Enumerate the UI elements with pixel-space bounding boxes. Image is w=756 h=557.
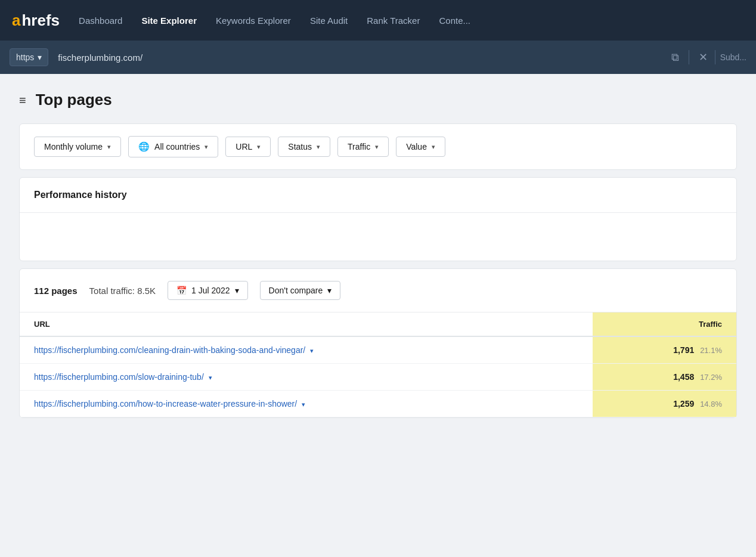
hamburger-icon[interactable]: ≡ xyxy=(19,94,26,106)
url-chevron-icon: ▾ xyxy=(257,143,261,151)
url-link[interactable]: https://fischerplumbing.com/cleaning-dra… xyxy=(34,345,305,355)
logo-a-letter: a xyxy=(12,11,20,30)
traffic-cell: 1,458 17.2% xyxy=(593,364,736,391)
filter-section: Monthly volume ▾ 🌐 All countries ▾ URL ▾… xyxy=(19,123,737,170)
nav-item-keywords-explorer[interactable]: Keywords Explorer xyxy=(216,13,291,28)
url-link[interactable]: https://fischerplumbing.com/slow-drainin… xyxy=(34,372,204,382)
url-cell: https://fischerplumbing.com/how-to-incre… xyxy=(20,391,593,417)
url-filter-label: URL xyxy=(236,142,252,151)
protocol-select[interactable]: https ▾ xyxy=(10,48,48,66)
page-title: Top pages xyxy=(36,91,112,109)
compare-button[interactable]: Don't compare ▾ xyxy=(260,281,341,300)
clear-search-button[interactable]: ✕ xyxy=(696,48,710,66)
value-filter-label: Value xyxy=(406,142,427,151)
logo[interactable]: ahrefs xyxy=(12,11,60,30)
url-cell: https://fischerplumbing.com/cleaning-dra… xyxy=(20,336,593,364)
total-traffic: Total traffic: 8.5K xyxy=(89,286,156,296)
status-chevron-icon: ▾ xyxy=(317,143,320,151)
date-picker-button[interactable]: 📅 1 Jul 2022 ▾ xyxy=(168,281,248,300)
nav-item-dashboard[interactable]: Dashboard xyxy=(79,13,122,28)
url-row-dropdown-icon[interactable]: ▾ xyxy=(310,347,314,354)
performance-history-chart-placeholder xyxy=(20,213,736,261)
nav-item-site-explorer[interactable]: Site Explorer xyxy=(141,13,197,28)
date-chevron-icon: ▾ xyxy=(235,286,239,295)
main-content: ≡ Top pages Monthly volume ▾ 🌐 All count… xyxy=(0,74,756,435)
table-row: https://fischerplumbing.com/how-to-incre… xyxy=(20,391,736,417)
date-label: 1 Jul 2022 xyxy=(191,286,230,295)
performance-history-title: Performance history xyxy=(34,190,127,200)
table-row: https://fischerplumbing.com/slow-drainin… xyxy=(20,364,736,391)
external-link-button[interactable]: ⧉ xyxy=(669,49,681,66)
traffic-filter[interactable]: Traffic ▾ xyxy=(337,137,389,157)
table-row: https://fischerplumbing.com/cleaning-dra… xyxy=(20,336,736,364)
globe-icon: 🌐 xyxy=(138,141,150,152)
calendar-icon: 📅 xyxy=(176,286,187,295)
url-cell: https://fischerplumbing.com/slow-drainin… xyxy=(20,364,593,391)
pages-count: 112 pages xyxy=(34,286,78,296)
performance-history-header: Performance history xyxy=(20,178,736,213)
nav-item-site-audit[interactable]: Site Audit xyxy=(310,13,348,28)
traffic-cell: 1,791 21.1% xyxy=(593,336,736,364)
table-header-row: URL Traffic xyxy=(20,312,736,336)
protocol-chevron-icon: ▾ xyxy=(38,52,42,62)
status-filter[interactable]: Status ▾ xyxy=(278,137,330,157)
protocol-label: https xyxy=(16,52,34,62)
table-toolbar: 112 pages Total traffic: 8.5K 📅 1 Jul 20… xyxy=(20,269,736,312)
all-countries-filter[interactable]: 🌐 All countries ▾ xyxy=(128,136,218,157)
all-countries-chevron-icon: ▾ xyxy=(205,143,208,151)
traffic-filter-label: Traffic xyxy=(348,142,370,151)
url-filter[interactable]: URL ▾ xyxy=(225,137,271,157)
performance-history-section: Performance history xyxy=(19,177,737,261)
top-navigation: ahrefs Dashboard Site Explorer Keywords … xyxy=(0,0,756,41)
monthly-volume-chevron-icon: ▾ xyxy=(107,143,111,151)
url-input[interactable] xyxy=(53,49,664,66)
compare-chevron-icon: ▾ xyxy=(327,286,331,295)
traffic-cell: 1,259 14.8% xyxy=(593,391,736,417)
traffic-number: 1,458 xyxy=(673,372,694,382)
traffic-column-header: Traffic xyxy=(593,312,736,336)
traffic-number: 1,791 xyxy=(673,345,694,355)
search-actions: ⧉ ✕ xyxy=(669,48,710,66)
url-column-header: URL xyxy=(20,312,593,336)
traffic-number: 1,259 xyxy=(673,399,694,409)
nav-item-conte[interactable]: Conte... xyxy=(439,13,470,28)
url-row-dropdown-icon[interactable]: ▾ xyxy=(209,374,212,381)
search-bar: https ▾ ⧉ ✕ Subd... xyxy=(0,41,756,74)
traffic-percent: 21.1% xyxy=(700,346,722,355)
logo-text: hrefs xyxy=(21,11,60,30)
value-chevron-icon: ▾ xyxy=(432,143,435,151)
monthly-volume-label: Monthly volume xyxy=(44,142,103,151)
pages-table: URL Traffic https://fischerplumbing.com/… xyxy=(20,312,736,417)
traffic-chevron-icon: ▾ xyxy=(375,143,379,151)
value-filter[interactable]: Value ▾ xyxy=(396,137,445,157)
search-divider xyxy=(689,50,689,64)
all-countries-label: All countries xyxy=(154,142,200,151)
table-section: 112 pages Total traffic: 8.5K 📅 1 Jul 20… xyxy=(19,268,737,418)
nav-item-rank-tracker[interactable]: Rank Tracker xyxy=(367,13,420,28)
status-filter-label: Status xyxy=(288,142,312,151)
subdomain-label: Subd... xyxy=(720,52,746,62)
url-link[interactable]: https://fischerplumbing.com/how-to-incre… xyxy=(34,399,297,409)
traffic-percent: 14.8% xyxy=(700,400,722,409)
traffic-percent: 17.2% xyxy=(700,373,722,382)
compare-label: Don't compare xyxy=(269,286,323,295)
search-divider-2 xyxy=(715,50,715,64)
monthly-volume-filter[interactable]: Monthly volume ▾ xyxy=(34,137,121,157)
url-row-dropdown-icon[interactable]: ▾ xyxy=(302,401,305,408)
page-header: ≡ Top pages xyxy=(19,91,737,109)
